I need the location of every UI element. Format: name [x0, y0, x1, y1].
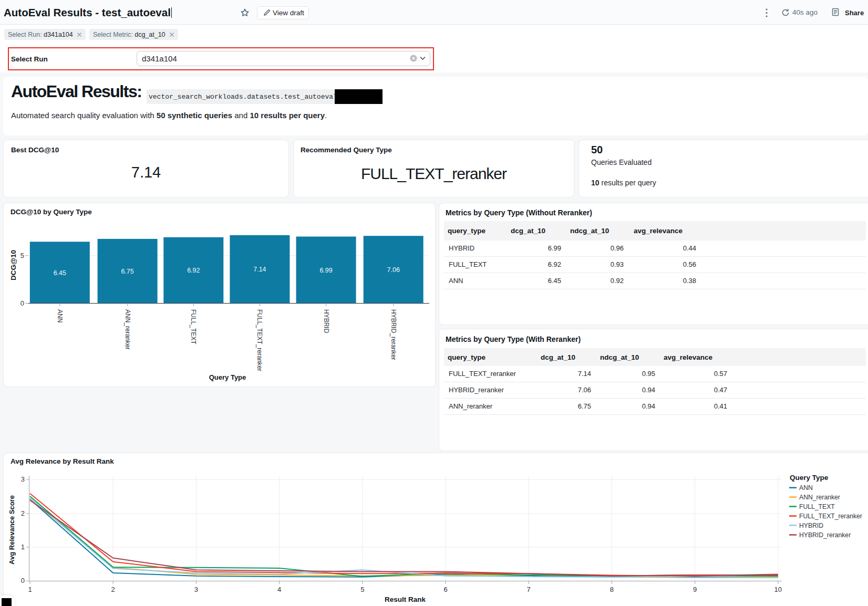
svg-text:6.45: 6.45	[54, 269, 66, 277]
svg-text:ANN_reranker: ANN_reranker	[124, 309, 131, 350]
svg-text:FULL_TEXT_reranker: FULL_TEXT_reranker	[799, 513, 862, 520]
svg-text:3: 3	[21, 475, 25, 483]
svg-text:FULL_TEXT: FULL_TEXT	[190, 309, 197, 344]
svg-text:7.14: 7.14	[253, 266, 266, 273]
svg-text:1: 1	[21, 543, 25, 551]
svg-text:Avg Relevance by Result Rank: Avg Relevance by Result Rank	[11, 457, 114, 465]
svg-text:Query Type: Query Type	[790, 474, 829, 482]
svg-text:5: 5	[20, 252, 24, 259]
svg-text:7: 7	[527, 586, 531, 593]
svg-text:6.99: 6.99	[319, 267, 332, 274]
svg-text:ANN: ANN	[799, 484, 813, 492]
svg-text:10: 10	[774, 586, 782, 593]
svg-text:FULL_TEXT: FULL_TEXT	[799, 503, 835, 510]
svg-text:5: 5	[360, 586, 364, 593]
svg-text:1: 1	[28, 586, 32, 593]
svg-text:6: 6	[443, 586, 447, 593]
svg-text:Avg Relevance Score: Avg Relevance Score	[8, 495, 16, 565]
svg-text:HYBRID_reranker: HYBRID_reranker	[799, 531, 851, 539]
svg-text:2: 2	[21, 509, 25, 517]
svg-text:HYBRID: HYBRID	[323, 309, 330, 333]
svg-text:8: 8	[610, 586, 614, 593]
svg-text:Query Type: Query Type	[209, 373, 246, 381]
svg-text:0: 0	[20, 299, 24, 307]
svg-text:3: 3	[194, 586, 198, 593]
svg-text:Result Rank: Result Rank	[385, 595, 426, 603]
svg-text:FULL_TEXT_reranker: FULL_TEXT_reranker	[256, 309, 263, 371]
svg-text:ANN: ANN	[56, 309, 64, 322]
svg-text:DCG@10: DCG@10	[9, 250, 17, 280]
svg-text:ANN_reranker: ANN_reranker	[799, 494, 840, 501]
svg-text:DCG@10 by Query Type: DCG@10 by Query Type	[11, 208, 92, 216]
svg-text:7.06: 7.06	[387, 266, 400, 274]
svg-text:4: 4	[277, 586, 281, 593]
svg-text:9: 9	[693, 586, 697, 593]
svg-text:6.75: 6.75	[121, 268, 133, 275]
svg-text:HYBRID_reranker: HYBRID_reranker	[390, 309, 397, 360]
svg-text:HYBRID: HYBRID	[799, 522, 823, 529]
svg-text:6.92: 6.92	[187, 267, 200, 274]
svg-text:0: 0	[21, 577, 25, 584]
svg-text:2: 2	[111, 586, 115, 593]
